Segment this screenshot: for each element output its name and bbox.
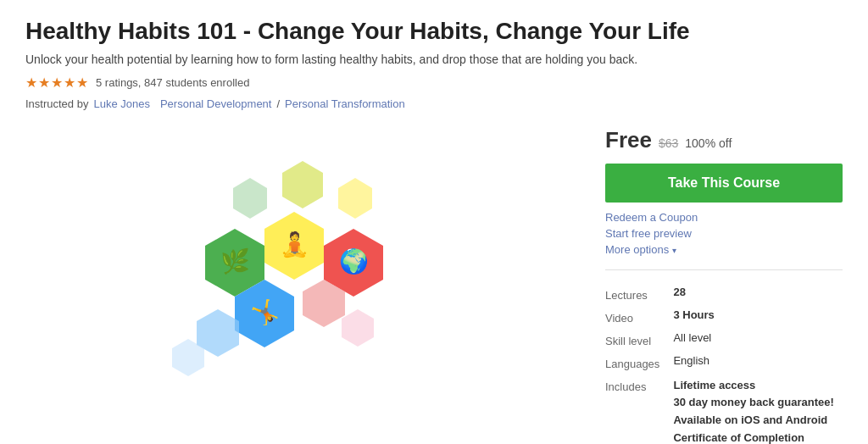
course-image-area: 🌿 🧘 🌍 🤸 <box>25 127 580 424</box>
rating-text: 5 ratings, 847 students enrolled <box>96 76 249 89</box>
rating-row: ★★★★★ 5 ratings, 847 students enrolled <box>25 75 843 91</box>
includes-line1: Lifetime access <box>673 377 843 395</box>
meta-row-languages: Languages English <box>605 354 843 374</box>
price-row: Free $63 100% off <box>605 127 843 153</box>
lectures-value: 28 <box>673 286 843 305</box>
svg-text:🌍: 🌍 <box>339 247 369 275</box>
includes-line4: Certificate of Completion <box>673 430 843 444</box>
skill-value: All level <box>673 331 843 351</box>
svg-marker-1 <box>233 178 267 219</box>
includes-value: Lifetime access 30 day money back guaran… <box>673 377 843 444</box>
meta-row-includes: Includes Lifetime access 30 day money ba… <box>605 377 843 444</box>
price-original: $63 <box>659 136 678 150</box>
panel-divider <box>605 269 843 270</box>
svg-marker-2 <box>338 178 372 219</box>
panel-links: Redeem a Coupon Start free preview More … <box>605 211 843 256</box>
more-options-link[interactable]: More options ▾ <box>605 243 843 256</box>
languages-label: Languages <box>605 354 673 374</box>
price-discount: 100% off <box>685 136 732 150</box>
svg-marker-0 <box>282 161 323 208</box>
redeem-coupon-link[interactable]: Redeem a Coupon <box>605 211 843 224</box>
chevron-down-icon: ▾ <box>672 246 676 255</box>
category2-link[interactable]: Personal Transformation <box>285 97 405 110</box>
star-rating: ★★★★★ <box>25 75 89 91</box>
instructor-row: Instructed by Luke Jones Personal Develo… <box>25 97 843 110</box>
includes-line2: 30 day money back guarantee! <box>673 394 843 412</box>
includes-line3: Available on iOS and Android <box>673 412 843 430</box>
course-meta: Lectures 28 Video 3 Hours Skill level Al… <box>605 282 843 444</box>
start-preview-link[interactable]: Start free preview <box>605 227 843 240</box>
price-free: Free <box>605 127 652 153</box>
svg-text:🧘: 🧘 <box>280 230 309 258</box>
meta-row-video: Video 3 Hours <box>605 308 843 328</box>
page-title: Healthy Habits 101 - Change Your Habits,… <box>25 17 843 46</box>
category1-link[interactable]: Personal Development <box>160 97 272 110</box>
svg-text:🌿: 🌿 <box>220 247 250 275</box>
svg-text:🤸: 🤸 <box>250 298 280 326</box>
lectures-label: Lectures <box>605 286 673 305</box>
languages-value: English <box>673 354 843 374</box>
video-value: 3 Hours <box>673 308 843 328</box>
video-label: Video <box>605 308 673 328</box>
skill-label: Skill level <box>605 331 673 351</box>
take-course-button[interactable]: Take This Course <box>605 164 843 203</box>
meta-row-skill: Skill level All level <box>605 331 843 351</box>
main-layout: 🌿 🧘 🌍 🤸 Free $63 <box>25 127 843 444</box>
includes-label: Includes <box>605 377 673 444</box>
page-subtitle: Unlock your health potential by learning… <box>25 53 843 66</box>
hex-graphic: 🌿 🧘 🌍 🤸 <box>116 144 489 407</box>
meta-row-lectures: Lectures 28 <box>605 286 843 305</box>
svg-marker-14 <box>342 309 374 347</box>
category-separator: / <box>276 97 280 110</box>
pricing-panel: Free $63 100% off Take This Course Redee… <box>605 127 843 444</box>
instructor-link[interactable]: Luke Jones <box>93 97 150 110</box>
instructed-by-label: Instructed by <box>25 97 88 110</box>
